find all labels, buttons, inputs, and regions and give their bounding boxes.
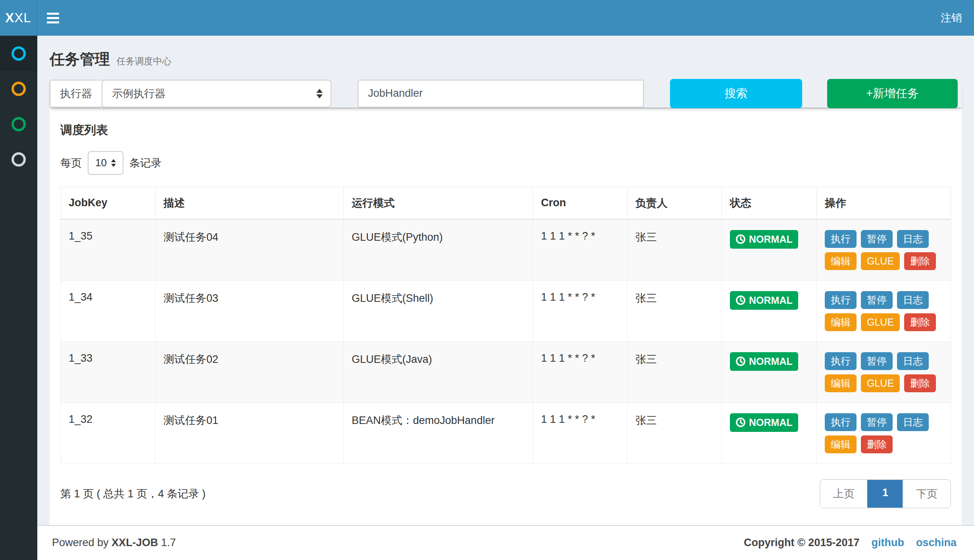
- action-button[interactable]: 编辑: [825, 252, 857, 270]
- logout-button[interactable]: 注销: [929, 0, 974, 36]
- action-button[interactable]: 日志: [897, 352, 929, 370]
- select-arrows-icon: [111, 159, 116, 167]
- action-buttons: 执行暂停日志编辑GLUE删除: [825, 230, 956, 270]
- executor-select[interactable]: 示例执行器: [102, 80, 331, 107]
- circle-icon: [12, 82, 26, 96]
- cell-status: NORMAL: [722, 219, 817, 281]
- top-navbar: XXL 注销: [0, 0, 974, 36]
- footer-link-oschina[interactable]: oschina: [916, 537, 957, 549]
- column-header[interactable]: 负责人: [628, 187, 722, 219]
- action-buttons: 执行暂停日志编辑GLUE删除: [825, 352, 956, 392]
- cell-description: 测试任务04: [156, 219, 344, 281]
- action-buttons: 执行暂停日志编辑GLUE删除: [825, 291, 956, 331]
- action-button[interactable]: 删除: [904, 252, 936, 270]
- cell-mode: GLUE模式(Java): [344, 341, 533, 403]
- circle-icon: [12, 46, 26, 61]
- table-row: 1_34测试任务03GLUE模式(Shell)1 1 1 * * ? *张三NO…: [61, 280, 951, 341]
- jobhandler-input[interactable]: [432, 80, 644, 107]
- action-button[interactable]: 执行: [825, 413, 857, 431]
- action-button[interactable]: 暂停: [861, 413, 893, 431]
- action-buttons: 执行暂停日志编辑删除: [825, 413, 956, 453]
- action-button[interactable]: 删除: [904, 313, 936, 331]
- table-row: 1_35测试任务04GLUE模式(Python)1 1 1 * * ? *张三N…: [61, 219, 951, 281]
- cell-status: NORMAL: [722, 403, 817, 464]
- cell-actions: 执行暂停日志编辑GLUE删除: [817, 280, 951, 341]
- action-button[interactable]: 执行: [825, 352, 857, 370]
- cell-mode: GLUE模式(Shell): [344, 280, 533, 341]
- cell-cron: 1 1 1 * * ? *: [533, 219, 628, 281]
- cell-actions: 执行暂停日志编辑GLUE删除: [817, 219, 951, 281]
- action-button[interactable]: 暂停: [861, 352, 893, 370]
- sidebar-item-executor-manage[interactable]: [0, 71, 37, 106]
- sidebar-item-job-manage[interactable]: [0, 36, 37, 71]
- clock-icon: [735, 417, 746, 428]
- page-size-control: 每页 10 条记录: [50, 138, 962, 187]
- cell-owner: 张三: [628, 219, 722, 281]
- current-page-button[interactable]: 1: [867, 480, 903, 508]
- column-header[interactable]: 描述: [156, 187, 344, 219]
- cell-cron: 1 1 1 * * ? *: [533, 403, 628, 464]
- status-badge: NORMAL: [730, 352, 798, 371]
- content-area: 任务管理 任务调度中心 执行器 示例执行器 JobHandler 搜索 +新增任…: [37, 36, 974, 560]
- sidebar-item-dispatch-log[interactable]: [0, 106, 37, 142]
- status-text: NORMAL: [749, 295, 793, 306]
- search-button[interactable]: 搜索: [670, 79, 802, 108]
- action-button[interactable]: 删除: [904, 374, 936, 392]
- page-size-prefix-label: 每页: [60, 156, 82, 170]
- page-title: 任务管理: [50, 51, 110, 67]
- jobhandler-filter-group: JobHandler: [358, 80, 644, 107]
- jobhandler-addon-label: JobHandler: [358, 80, 432, 107]
- sidebar-menu: [0, 36, 37, 560]
- status-badge: NORMAL: [730, 413, 798, 432]
- column-header[interactable]: JobKey: [61, 187, 156, 219]
- action-button[interactable]: 执行: [825, 230, 857, 248]
- next-page-button[interactable]: 下页: [903, 480, 950, 508]
- action-button[interactable]: GLUE: [861, 252, 900, 270]
- column-header[interactable]: 运行模式: [344, 187, 533, 219]
- pagination: 上页 1 下页: [820, 479, 951, 508]
- action-button[interactable]: 日志: [897, 230, 929, 248]
- prev-page-button[interactable]: 上页: [820, 480, 867, 508]
- status-text: NORMAL: [749, 234, 793, 245]
- powered-by-text: Powered by XXL-JOB 1.7: [52, 537, 176, 549]
- page-size-value: 10: [95, 157, 107, 169]
- status-badge: NORMAL: [730, 230, 798, 249]
- hamburger-menu-icon[interactable]: [37, 0, 68, 36]
- action-button[interactable]: 编辑: [825, 313, 857, 331]
- footer-link-github[interactable]: github: [872, 537, 904, 549]
- action-button[interactable]: 删除: [861, 435, 893, 453]
- cell-description: 测试任务02: [156, 341, 344, 403]
- action-button[interactable]: 暂停: [861, 291, 893, 309]
- cell-jobkey: 1_34: [61, 280, 156, 341]
- page-size-select[interactable]: 10: [88, 151, 123, 175]
- jobs-table: JobKey描述运行模式Cron负责人状态操作 1_35测试任务04GLUE模式…: [60, 187, 951, 464]
- column-header[interactable]: 操作: [817, 187, 951, 219]
- cell-owner: 张三: [628, 403, 722, 464]
- add-job-button[interactable]: +新增任务: [827, 79, 958, 108]
- app-logo[interactable]: XXL: [0, 0, 37, 36]
- column-header[interactable]: Cron: [533, 187, 628, 219]
- executor-filter-group: 执行器 示例执行器: [50, 80, 331, 107]
- cell-jobkey: 1_33: [61, 341, 156, 403]
- cell-status: NORMAL: [722, 341, 817, 403]
- table-header-row: JobKey描述运行模式Cron负责人状态操作: [61, 187, 951, 219]
- copyright-text: Copyright © 2015-2017: [744, 537, 860, 549]
- product-name: XXL-JOB: [112, 537, 158, 548]
- product-version: 1.7: [161, 537, 176, 548]
- content-header: 任务管理 任务调度中心: [37, 36, 974, 80]
- action-button[interactable]: 日志: [897, 413, 929, 431]
- action-button[interactable]: GLUE: [861, 313, 900, 331]
- action-button[interactable]: 暂停: [861, 230, 893, 248]
- select-arrows-icon: [316, 89, 323, 98]
- action-button[interactable]: 编辑: [825, 374, 857, 392]
- clock-icon: [735, 234, 746, 244]
- action-button[interactable]: GLUE: [861, 374, 900, 392]
- status-text: NORMAL: [749, 356, 793, 367]
- logo-rest-text: XL: [14, 10, 31, 25]
- action-button[interactable]: 执行: [825, 291, 857, 309]
- action-button[interactable]: 编辑: [825, 435, 857, 453]
- sidebar-item-help[interactable]: [0, 142, 37, 177]
- column-header[interactable]: 状态: [722, 187, 817, 219]
- action-button[interactable]: 日志: [897, 291, 929, 309]
- cell-description: 测试任务03: [156, 280, 344, 341]
